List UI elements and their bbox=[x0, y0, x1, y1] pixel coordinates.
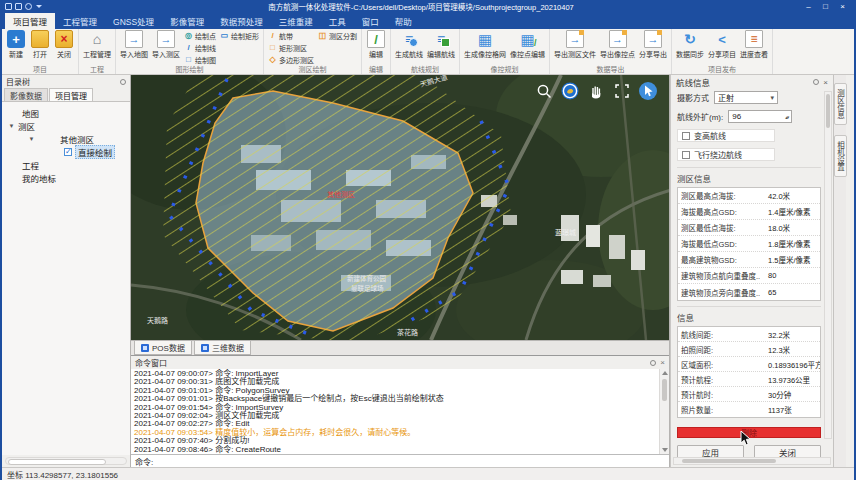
draw-polygon-button[interactable]: 绘制图 bbox=[184, 55, 216, 65]
polygon-survey-button[interactable]: 多边形测区 bbox=[268, 55, 314, 65]
globe-tool-icon[interactable] bbox=[561, 82, 579, 100]
ribbon-tab[interactable]: 窗口 bbox=[354, 13, 387, 29]
delete-route-button[interactable]: 删除 bbox=[677, 427, 821, 438]
ribbon-tab[interactable]: 帮助 bbox=[387, 13, 420, 29]
flight-strip-button[interactable]: 航带 bbox=[268, 31, 314, 41]
survey-split-button[interactable]: 测区分割 bbox=[318, 31, 357, 41]
new-project-button[interactable]: 新建 bbox=[4, 30, 28, 59]
edit-gcp-button[interactable]: 像控点编辑 bbox=[508, 30, 547, 59]
import-survey-icon bbox=[157, 30, 175, 48]
ribbon-tab[interactable]: 数据预处理 bbox=[212, 13, 271, 29]
pin-icon[interactable] bbox=[813, 79, 819, 85]
share-project-button[interactable]: 分享项目 bbox=[706, 30, 738, 59]
edit-button[interactable]: 编辑 bbox=[364, 30, 388, 59]
command-log-scrollbar[interactable] bbox=[659, 369, 669, 454]
route-panel-horizontal-scrollbar[interactable] bbox=[673, 457, 831, 465]
select-cursor-tool-icon[interactable] bbox=[639, 82, 657, 100]
draw-rect-button[interactable]: 绘制矩形 bbox=[220, 31, 259, 41]
collapse-arrow-icon[interactable]: ▼ bbox=[28, 136, 35, 142]
variable-height-checkbox-row[interactable]: 变高航线 bbox=[677, 129, 775, 142]
ribbon-toolbar: 新建 打开 关闭 项目 工程管理 工程 导入地图 导入测区 绘制点 绘制线 绘制… bbox=[2, 29, 854, 75]
export-survey-file-button[interactable]: 导出测区文件 bbox=[552, 30, 598, 59]
import-map-button[interactable]: 导入地图 bbox=[118, 30, 150, 59]
maximize-button[interactable]: □ bbox=[817, 0, 834, 13]
map-viewport[interactable]: 其他测区 天鹅大道 天鹅路 茶花路 蓝璟城 新建体育公园 曼联足球场 bbox=[131, 75, 669, 340]
command-input[interactable]: 命令: bbox=[131, 454, 669, 467]
draw-line-icon bbox=[184, 44, 193, 53]
route-info-panel: 航线信息 × 摄影方式 正射 航线外扩(m): 96 变高航线 飞 bbox=[670, 75, 833, 467]
tree-item-engineering[interactable]: 工程 bbox=[2, 158, 130, 171]
progress-view-button[interactable]: 进度查看 bbox=[738, 30, 770, 59]
close-folder-icon bbox=[55, 30, 73, 48]
tree-item-map[interactable]: 地图 bbox=[2, 106, 130, 119]
draw-rect-icon bbox=[220, 32, 229, 41]
side-tab[interactable]: 测区信息 bbox=[834, 83, 847, 125]
save-icon[interactable] bbox=[5, 3, 12, 10]
draw-polygon-icon bbox=[184, 56, 193, 65]
ribbon-tab[interactable]: 三维重建 bbox=[271, 13, 321, 29]
import-survey-button[interactable]: 导入测区 bbox=[150, 30, 182, 59]
ribbon-tab[interactable]: 工程管理 bbox=[55, 13, 105, 29]
data-sync-button[interactable]: 数据同步 bbox=[674, 30, 706, 59]
ribbon-group-project: 新建 打开 关闭 项目 bbox=[2, 29, 79, 74]
generate-route-icon bbox=[400, 30, 418, 48]
table-row: 预计航时: 30分钟 bbox=[678, 387, 820, 402]
unchecked-checkbox[interactable] bbox=[682, 151, 690, 159]
close-button[interactable]: × bbox=[834, 0, 851, 13]
catalog-panel-title: 目录树 bbox=[6, 76, 30, 87]
close-icon[interactable]: × bbox=[823, 78, 828, 87]
catalog-tab[interactable]: 项目管理 bbox=[49, 88, 93, 101]
full-extent-tool-icon[interactable] bbox=[613, 82, 631, 100]
ribbon-tab[interactable]: 影像管理 bbox=[162, 13, 212, 29]
draw-line-button[interactable]: 绘制线 bbox=[184, 43, 216, 53]
tree-item-direct-draw[interactable]: 直接绘制 bbox=[2, 145, 130, 158]
command-log[interactable]: 2021-04-07 09:00:07> 命令: ImportLayer2021… bbox=[131, 369, 669, 454]
tree-item-landmarks[interactable]: 我的地标 bbox=[2, 171, 130, 184]
draw-point-button[interactable]: 绘制点 bbox=[184, 31, 216, 41]
ribbon-tab[interactable]: 工具 bbox=[321, 13, 354, 29]
table-row: 海拔最低点GSD: 1.8厘米/像素 bbox=[678, 236, 820, 252]
flight-strip-icon bbox=[268, 32, 277, 41]
edge-flight-checkbox-row[interactable]: 飞行绕边航线 bbox=[677, 148, 775, 161]
table-row: 测区最低点海拔: 18.0米 bbox=[678, 220, 820, 236]
open-project-button[interactable]: 打开 bbox=[28, 30, 52, 59]
side-tab[interactable]: 相机设置 bbox=[834, 135, 847, 177]
camera-mode-select[interactable]: 正射 bbox=[714, 91, 778, 104]
data-view-tab-bar: POS数据 三维数据 bbox=[131, 340, 669, 355]
data-view-tab[interactable]: 三维数据 bbox=[194, 341, 251, 355]
pan-hand-tool-icon[interactable] bbox=[587, 82, 605, 100]
app-window: 南方航测一体化处理软件-C:/Users/dell/Desktop/项目管理模块… bbox=[0, 0, 856, 480]
generate-route-button[interactable]: 生成航线 bbox=[393, 30, 425, 59]
edit-route-button[interactable]: 编辑航线 bbox=[425, 30, 457, 59]
map-canvas[interactable]: 其他测区 天鹅大道 天鹅路 茶花路 蓝璟城 新建体育公园 曼联足球场 bbox=[131, 75, 669, 340]
road-label-left: 天鹅路 bbox=[147, 316, 168, 325]
route-expand-stepper[interactable]: 96 bbox=[728, 110, 792, 123]
route-panel-vertical-scrollbar[interactable] bbox=[824, 91, 832, 439]
rect-survey-button[interactable]: 矩形测区 bbox=[268, 43, 314, 53]
catalog-tab[interactable]: 影像数据 bbox=[4, 88, 48, 101]
catalog-horizontal-scrollbar[interactable] bbox=[5, 457, 127, 465]
pin-icon[interactable] bbox=[650, 360, 656, 366]
folder-icon[interactable] bbox=[15, 3, 22, 10]
ribbon-group-edit: 编辑 编辑 bbox=[362, 29, 391, 74]
ribbon-tab[interactable]: GNSS处理 bbox=[105, 13, 162, 29]
tree-item-survey[interactable]: ▼测区 bbox=[2, 119, 130, 132]
user-icon[interactable] bbox=[25, 3, 32, 10]
info-section-title: 信息 bbox=[677, 306, 821, 323]
tree-item-other-survey[interactable]: ▼其他测区 bbox=[2, 132, 130, 145]
unchecked-checkbox[interactable] bbox=[682, 132, 690, 140]
collapse-arrow-icon[interactable]: ▼ bbox=[8, 123, 15, 129]
minimize-button[interactable]: – bbox=[800, 0, 817, 13]
close-project-button[interactable]: 关闭 bbox=[52, 30, 76, 59]
zoom-tool-icon[interactable] bbox=[535, 82, 553, 100]
engineering-manage-button[interactable]: 工程管理 bbox=[81, 30, 113, 59]
share-export-button[interactable]: 分享导出 bbox=[637, 30, 669, 59]
data-view-tab[interactable]: POS数据 bbox=[134, 341, 192, 355]
ribbon-tab[interactable]: 项目管理 bbox=[5, 13, 55, 29]
checked-checkbox[interactable] bbox=[64, 148, 72, 156]
export-gcp-button[interactable]: 导出像控点 bbox=[598, 30, 637, 59]
pin-icon[interactable] bbox=[120, 79, 126, 85]
sync-icon bbox=[681, 30, 699, 48]
close-icon[interactable]: × bbox=[660, 359, 665, 367]
generate-gcp-grid-button[interactable]: 生成像控格网 bbox=[462, 30, 508, 59]
